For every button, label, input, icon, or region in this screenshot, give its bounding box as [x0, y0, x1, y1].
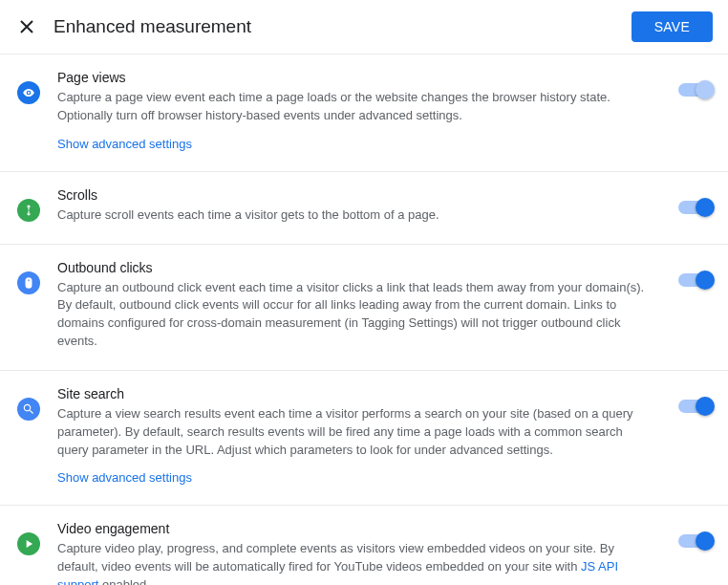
- toggle-column: [665, 260, 713, 287]
- setting-title: Page views: [57, 70, 650, 85]
- setting-row: ScrollsCapture scroll events each time a…: [0, 172, 728, 245]
- text-column: Video engagementCapture video play, prog…: [57, 521, 650, 585]
- eye-icon: [17, 81, 40, 104]
- setting-row: Page viewsCapture a page view event each…: [0, 54, 728, 172]
- icon-column: [15, 386, 42, 421]
- toggle-knob: [696, 80, 715, 99]
- toggle-switch: [678, 83, 713, 97]
- show-advanced-settings-link[interactable]: Show advanced settings: [57, 137, 192, 151]
- settings-list: Page viewsCapture a page view event each…: [0, 54, 728, 585]
- play-icon: [17, 532, 40, 555]
- setting-description: Capture video play, progress, and comple…: [57, 540, 650, 585]
- toggle-knob: [696, 531, 715, 551]
- toggle-column: [665, 521, 713, 548]
- setting-title: Site search: [57, 386, 650, 401]
- toggle-switch[interactable]: [678, 400, 713, 413]
- show-advanced-settings-link[interactable]: Show advanced settings: [57, 470, 192, 485]
- toggle-switch[interactable]: [678, 534, 713, 548]
- scroll-icon: [17, 199, 40, 222]
- mouse-icon: [17, 271, 40, 294]
- setting-title: Outbound clicks: [57, 260, 650, 275]
- toggle-knob: [696, 198, 715, 217]
- setting-description: Capture an outbound click event each tim…: [57, 279, 650, 351]
- toggle-switch[interactable]: [678, 273, 713, 287]
- setting-description: Capture a page view event each time a pa…: [57, 89, 650, 125]
- toggle-knob: [696, 397, 715, 416]
- setting-row: Site searchCapture a view search results…: [0, 371, 728, 507]
- setting-title: Video engagement: [57, 521, 650, 536]
- icon-column: [15, 521, 42, 555]
- close-button[interactable]: [15, 15, 38, 38]
- setting-description: Capture a view search results event each…: [57, 405, 650, 460]
- text-column: Page viewsCapture a page view event each…: [57, 70, 650, 152]
- toggle-column: [665, 386, 713, 413]
- toggle-knob: [696, 271, 715, 290]
- setting-description: Capture scroll events each time a visito…: [57, 206, 650, 225]
- toggle-column: [665, 70, 713, 97]
- text-column: Site searchCapture a view search results…: [57, 386, 650, 487]
- toggle-switch[interactable]: [678, 201, 713, 214]
- icon-column: [15, 260, 42, 294]
- icon-column: [15, 187, 42, 222]
- save-button[interactable]: SAVE: [632, 11, 713, 42]
- setting-title: Scrolls: [57, 187, 650, 203]
- setting-row: Outbound clicksCapture an outbound click…: [0, 245, 728, 371]
- close-icon: [20, 20, 33, 33]
- icon-column: [15, 70, 42, 104]
- page-title: Enhanced measurement: [54, 16, 632, 37]
- text-column: Outbound clicksCapture an outbound click…: [57, 260, 650, 351]
- toggle-column: [665, 187, 713, 214]
- search-icon: [17, 398, 40, 421]
- header: Enhanced measurement SAVE: [0, 0, 728, 54]
- text-column: ScrollsCapture scroll events each time a…: [57, 187, 650, 225]
- setting-row: Video engagementCapture video play, prog…: [0, 506, 728, 585]
